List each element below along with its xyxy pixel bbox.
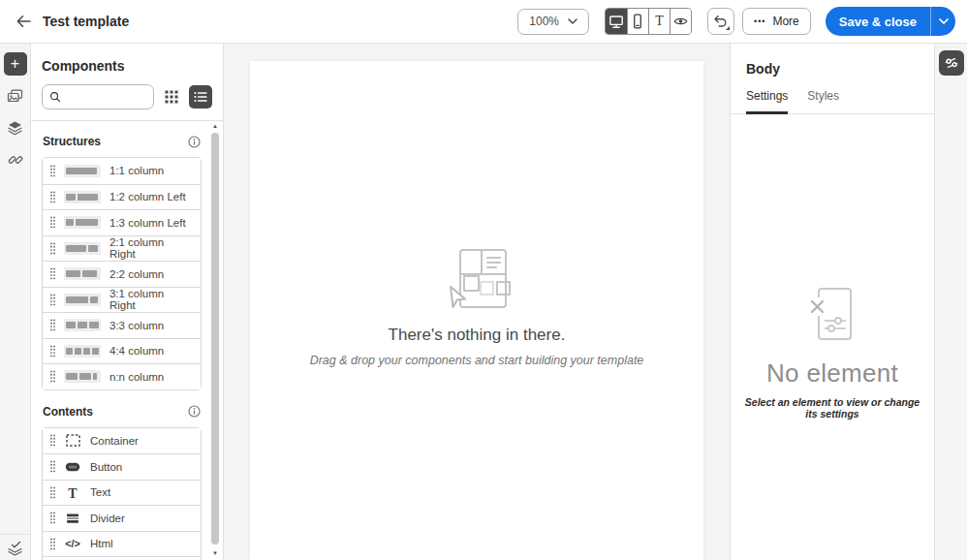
drag-handle-icon[interactable] — [50, 242, 55, 255]
container-icon — [64, 434, 81, 447]
no-element-illustration-icon — [808, 285, 857, 343]
tab-settings[interactable]: Settings — [746, 89, 788, 114]
svg-text:</>: </> — [65, 539, 80, 549]
drag-handle-icon[interactable] — [50, 512, 55, 524]
divider-icon — [64, 513, 81, 524]
drag-handle-icon[interactable] — [50, 486, 55, 499]
text-mode-button[interactable]: T — [648, 9, 670, 34]
column-layout-preview-icon — [64, 216, 101, 229]
structure-list-item[interactable]: 4:4 column — [43, 338, 201, 364]
template-canvas[interactable]: There's nothing in there. Drag & drop yo… — [250, 61, 703, 560]
content-label: Button — [90, 461, 122, 473]
structure-list-item[interactable]: 2:2 column — [43, 261, 201, 287]
structure-label: 4:4 column — [109, 345, 164, 357]
canvas-empty-subtitle: Drag & drop your components and start bu… — [310, 354, 644, 367]
structure-label: 2:2 column — [109, 268, 164, 280]
save-split-button: Save & close — [826, 7, 955, 36]
device-mode-toggle: T — [605, 8, 692, 35]
column-layout-preview-icon — [64, 345, 101, 358]
zoom-dropdown[interactable]: 100% — [517, 9, 589, 35]
drag-handle-icon[interactable] — [50, 319, 55, 331]
content-label: Text — [90, 486, 110, 498]
no-element-hint: Select an element to view or change its … — [740, 396, 924, 420]
text-icon: T — [64, 486, 81, 499]
plus-icon: + — [11, 56, 19, 72]
links-button[interactable] — [4, 148, 27, 171]
structure-list-item[interactable]: 3:1 column Right — [43, 287, 201, 313]
components-panel: Components — [31, 44, 224, 560]
drag-handle-icon[interactable] — [50, 191, 55, 203]
content-list-item[interactable]: </> Html — [43, 531, 201, 557]
saved-rows-button[interactable] — [4, 116, 27, 140]
content-list-item[interactable]: T Text — [43, 480, 201, 506]
structure-list-item[interactable]: 1:2 column Left — [43, 184, 201, 210]
structure-label: 3:3 column — [109, 320, 164, 331]
drag-handle-icon[interactable] — [50, 370, 55, 383]
mobile-icon — [632, 14, 643, 29]
structure-list-item[interactable]: 1:1 column — [43, 158, 201, 184]
left-toolbar-rail: + — [0, 44, 31, 560]
structure-tree-icon — [7, 541, 23, 556]
content-label: Html — [90, 538, 113, 549]
structure-list-item[interactable]: 1:3 column Left — [43, 209, 201, 235]
content-label: Divider — [90, 513, 125, 524]
drag-handle-icon[interactable] — [50, 165, 55, 177]
save-close-label: Save & close — [839, 15, 917, 29]
more-button[interactable]: ••• More — [742, 8, 811, 35]
preview-mode-button[interactable] — [670, 9, 691, 34]
list-view-button[interactable] — [189, 85, 212, 109]
contents-list: Container Button T Text — [42, 427, 202, 560]
structure-label: 3:1 column Right — [109, 288, 193, 311]
mobile-mode-button[interactable] — [627, 9, 648, 34]
structures-info-button[interactable] — [188, 136, 201, 148]
inspector-empty-state: No element Select an element to view or … — [731, 285, 934, 420]
top-toolbar: Test template 100% T — [0, 0, 967, 44]
scroll-up-arrow-icon[interactable]: ▲ — [210, 121, 220, 131]
more-label: More — [772, 15, 798, 28]
structure-list-item[interactable]: 2:1 column Right — [43, 235, 201, 262]
structure-list-item[interactable]: 3:3 column — [43, 312, 201, 338]
canvas-empty-title: There's nothing in there. — [310, 326, 644, 345]
structure-tree-button[interactable] — [0, 534, 30, 556]
structures-section-title: Structures — [43, 135, 101, 148]
scroll-down-arrow-icon[interactable]: ▼ — [210, 548, 220, 558]
components-scrollbar[interactable]: ▲ ▼ — [210, 121, 220, 560]
inspector-panel: Body Settings Styles No element Select a… — [730, 44, 935, 560]
content-list-item[interactable]: Button — [43, 453, 201, 480]
grid-view-button[interactable] — [161, 86, 182, 108]
button-icon — [64, 462, 81, 472]
column-layout-preview-icon — [64, 370, 101, 383]
structure-list-item[interactable]: n:n column — [43, 363, 201, 389]
drag-handle-icon[interactable] — [50, 345, 55, 358]
drag-handle-icon[interactable] — [50, 434, 55, 447]
drag-handle-icon[interactable] — [50, 267, 55, 280]
components-search — [42, 84, 154, 109]
drag-handle-icon[interactable] — [50, 216, 55, 229]
zoom-value: 100% — [529, 15, 559, 28]
save-options-button[interactable] — [931, 7, 955, 36]
scrollbar-thumb[interactable] — [211, 133, 219, 544]
content-list-item[interactable]: Divider — [43, 505, 201, 531]
info-icon — [188, 405, 201, 418]
content-list-item[interactable] — [43, 556, 201, 560]
preview-eye-icon — [673, 16, 688, 27]
components-search-input[interactable] — [66, 90, 146, 104]
column-layout-preview-icon — [64, 267, 101, 280]
back-button[interactable] — [12, 10, 35, 33]
drag-handle-icon[interactable] — [50, 460, 55, 473]
tab-styles[interactable]: Styles — [807, 89, 839, 114]
properties-button[interactable] — [939, 50, 964, 76]
column-layout-preview-icon — [64, 319, 101, 331]
add-components-button[interactable]: + — [4, 52, 27, 76]
drag-handle-icon[interactable] — [50, 538, 55, 550]
content-list-item[interactable]: Container — [43, 428, 201, 454]
contents-info-button[interactable] — [188, 405, 201, 418]
components-scroll-area: Structures 1:1 column — [31, 120, 223, 560]
save-close-button[interactable]: Save & close — [826, 7, 930, 36]
undo-dropdown-corner — [726, 26, 730, 30]
undo-button[interactable] — [707, 8, 734, 35]
desktop-mode-button[interactable] — [606, 9, 627, 34]
drag-handle-icon[interactable] — [50, 294, 55, 306]
structure-label: 2:1 column Right — [109, 236, 193, 260]
images-library-button[interactable] — [4, 84, 27, 108]
